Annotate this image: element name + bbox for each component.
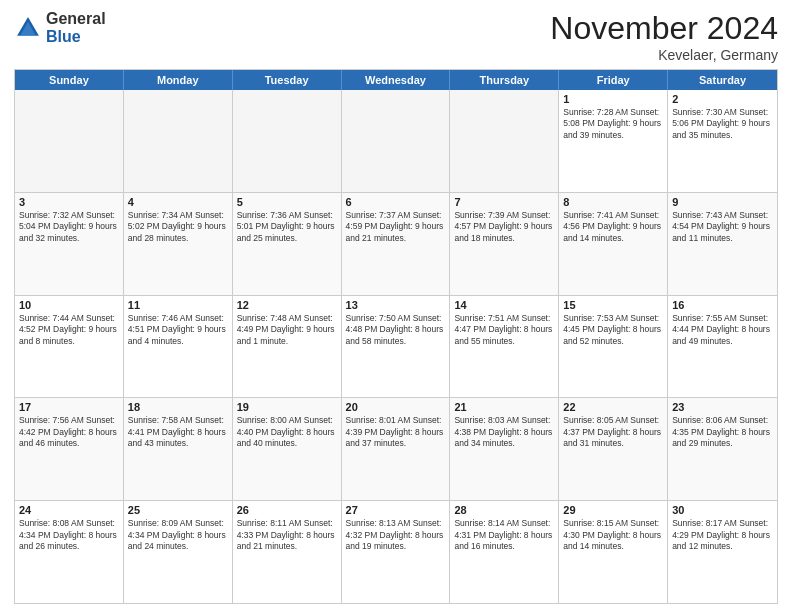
day-info: Sunrise: 8:06 AM Sunset: 4:35 PM Dayligh… [672,415,773,449]
day-number: 28 [454,504,554,516]
calendar-cell: 12Sunrise: 7:48 AM Sunset: 4:49 PM Dayli… [233,296,342,398]
calendar-cell [15,90,124,192]
logo-general: General [46,10,106,28]
day-number: 17 [19,401,119,413]
calendar-cell: 11Sunrise: 7:46 AM Sunset: 4:51 PM Dayli… [124,296,233,398]
logo: General Blue [14,10,106,45]
logo-icon [14,14,42,42]
calendar-cell [342,90,451,192]
day-info: Sunrise: 7:55 AM Sunset: 4:44 PM Dayligh… [672,313,773,347]
calendar-cell: 9Sunrise: 7:43 AM Sunset: 4:54 PM Daylig… [668,193,777,295]
day-info: Sunrise: 7:56 AM Sunset: 4:42 PM Dayligh… [19,415,119,449]
calendar-row-5: 24Sunrise: 8:08 AM Sunset: 4:34 PM Dayli… [15,500,777,603]
calendar-cell: 6Sunrise: 7:37 AM Sunset: 4:59 PM Daylig… [342,193,451,295]
calendar-cell: 18Sunrise: 7:58 AM Sunset: 4:41 PM Dayli… [124,398,233,500]
calendar-cell: 3Sunrise: 7:32 AM Sunset: 5:04 PM Daylig… [15,193,124,295]
day-number: 21 [454,401,554,413]
day-number: 2 [672,93,773,105]
day-info: Sunrise: 8:14 AM Sunset: 4:31 PM Dayligh… [454,518,554,552]
logo-text: General Blue [46,10,106,45]
calendar-cell: 25Sunrise: 8:09 AM Sunset: 4:34 PM Dayli… [124,501,233,603]
calendar-header: Sunday Monday Tuesday Wednesday Thursday… [15,70,777,90]
calendar-cell [124,90,233,192]
day-info: Sunrise: 7:58 AM Sunset: 4:41 PM Dayligh… [128,415,228,449]
day-number: 9 [672,196,773,208]
calendar-cell: 13Sunrise: 7:50 AM Sunset: 4:48 PM Dayli… [342,296,451,398]
calendar-cell: 26Sunrise: 8:11 AM Sunset: 4:33 PM Dayli… [233,501,342,603]
header-tuesday: Tuesday [233,70,342,90]
day-number: 12 [237,299,337,311]
calendar-row-4: 17Sunrise: 7:56 AM Sunset: 4:42 PM Dayli… [15,397,777,500]
day-info: Sunrise: 8:01 AM Sunset: 4:39 PM Dayligh… [346,415,446,449]
calendar-cell: 10Sunrise: 7:44 AM Sunset: 4:52 PM Dayli… [15,296,124,398]
day-info: Sunrise: 7:53 AM Sunset: 4:45 PM Dayligh… [563,313,663,347]
day-number: 24 [19,504,119,516]
day-number: 5 [237,196,337,208]
header-thursday: Thursday [450,70,559,90]
calendar-cell [450,90,559,192]
day-number: 10 [19,299,119,311]
day-info: Sunrise: 7:48 AM Sunset: 4:49 PM Dayligh… [237,313,337,347]
day-info: Sunrise: 8:00 AM Sunset: 4:40 PM Dayligh… [237,415,337,449]
day-number: 7 [454,196,554,208]
calendar-cell: 4Sunrise: 7:34 AM Sunset: 5:02 PM Daylig… [124,193,233,295]
calendar-cell [233,90,342,192]
day-info: Sunrise: 7:37 AM Sunset: 4:59 PM Dayligh… [346,210,446,244]
day-number: 26 [237,504,337,516]
day-number: 16 [672,299,773,311]
day-number: 20 [346,401,446,413]
page: General Blue November 2024 Kevelaer, Ger… [0,0,792,612]
header-wednesday: Wednesday [342,70,451,90]
day-number: 30 [672,504,773,516]
day-info: Sunrise: 7:41 AM Sunset: 4:56 PM Dayligh… [563,210,663,244]
calendar-cell: 22Sunrise: 8:05 AM Sunset: 4:37 PM Dayli… [559,398,668,500]
calendar-cell: 16Sunrise: 7:55 AM Sunset: 4:44 PM Dayli… [668,296,777,398]
calendar-body: 1Sunrise: 7:28 AM Sunset: 5:08 PM Daylig… [15,90,777,603]
day-number: 11 [128,299,228,311]
calendar-row-2: 3Sunrise: 7:32 AM Sunset: 5:04 PM Daylig… [15,192,777,295]
day-number: 25 [128,504,228,516]
day-number: 1 [563,93,663,105]
day-number: 23 [672,401,773,413]
day-info: Sunrise: 7:28 AM Sunset: 5:08 PM Dayligh… [563,107,663,141]
calendar-cell: 29Sunrise: 8:15 AM Sunset: 4:30 PM Dayli… [559,501,668,603]
day-info: Sunrise: 7:39 AM Sunset: 4:57 PM Dayligh… [454,210,554,244]
header-monday: Monday [124,70,233,90]
title-block: November 2024 Kevelaer, Germany [550,10,778,63]
day-info: Sunrise: 7:43 AM Sunset: 4:54 PM Dayligh… [672,210,773,244]
day-info: Sunrise: 7:46 AM Sunset: 4:51 PM Dayligh… [128,313,228,347]
day-number: 22 [563,401,663,413]
day-number: 13 [346,299,446,311]
day-info: Sunrise: 7:50 AM Sunset: 4:48 PM Dayligh… [346,313,446,347]
calendar-cell: 8Sunrise: 7:41 AM Sunset: 4:56 PM Daylig… [559,193,668,295]
day-info: Sunrise: 8:05 AM Sunset: 4:37 PM Dayligh… [563,415,663,449]
calendar-cell: 15Sunrise: 7:53 AM Sunset: 4:45 PM Dayli… [559,296,668,398]
header-saturday: Saturday [668,70,777,90]
day-info: Sunrise: 7:44 AM Sunset: 4:52 PM Dayligh… [19,313,119,347]
day-number: 14 [454,299,554,311]
day-number: 4 [128,196,228,208]
day-number: 27 [346,504,446,516]
logo-blue: Blue [46,28,106,46]
calendar-cell: 5Sunrise: 7:36 AM Sunset: 5:01 PM Daylig… [233,193,342,295]
calendar-cell: 30Sunrise: 8:17 AM Sunset: 4:29 PM Dayli… [668,501,777,603]
calendar-cell: 21Sunrise: 8:03 AM Sunset: 4:38 PM Dayli… [450,398,559,500]
day-info: Sunrise: 8:15 AM Sunset: 4:30 PM Dayligh… [563,518,663,552]
day-info: Sunrise: 7:30 AM Sunset: 5:06 PM Dayligh… [672,107,773,141]
day-info: Sunrise: 8:13 AM Sunset: 4:32 PM Dayligh… [346,518,446,552]
day-info: Sunrise: 8:11 AM Sunset: 4:33 PM Dayligh… [237,518,337,552]
day-number: 3 [19,196,119,208]
day-info: Sunrise: 7:32 AM Sunset: 5:04 PM Dayligh… [19,210,119,244]
calendar-cell: 17Sunrise: 7:56 AM Sunset: 4:42 PM Dayli… [15,398,124,500]
day-info: Sunrise: 7:34 AM Sunset: 5:02 PM Dayligh… [128,210,228,244]
day-info: Sunrise: 7:36 AM Sunset: 5:01 PM Dayligh… [237,210,337,244]
header: General Blue November 2024 Kevelaer, Ger… [14,10,778,63]
calendar-cell: 2Sunrise: 7:30 AM Sunset: 5:06 PM Daylig… [668,90,777,192]
day-info: Sunrise: 7:51 AM Sunset: 4:47 PM Dayligh… [454,313,554,347]
day-info: Sunrise: 8:08 AM Sunset: 4:34 PM Dayligh… [19,518,119,552]
calendar-cell: 14Sunrise: 7:51 AM Sunset: 4:47 PM Dayli… [450,296,559,398]
day-number: 8 [563,196,663,208]
calendar-cell: 28Sunrise: 8:14 AM Sunset: 4:31 PM Dayli… [450,501,559,603]
calendar-cell: 23Sunrise: 8:06 AM Sunset: 4:35 PM Dayli… [668,398,777,500]
day-info: Sunrise: 8:09 AM Sunset: 4:34 PM Dayligh… [128,518,228,552]
